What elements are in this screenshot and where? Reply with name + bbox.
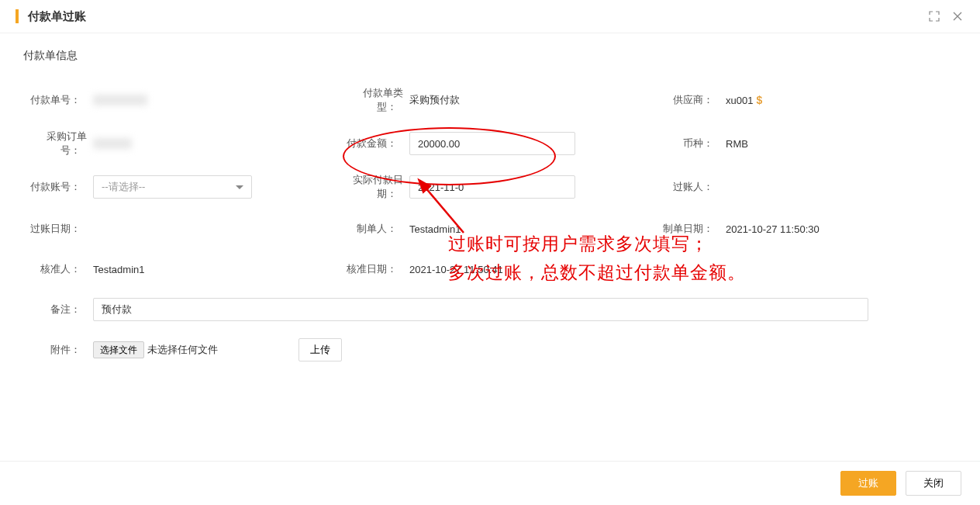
label-pay-account: 付款账号： — [23, 180, 93, 194]
label-pay-no: 付款单号： — [23, 93, 93, 107]
pay-account-select[interactable]: --请选择-- — [93, 175, 252, 199]
field-attachment: 附件： 选择文件 未选择任何文件 上传 — [23, 337, 957, 362]
label-approver: 核准人： — [23, 262, 93, 276]
value-currency: RMB — [726, 138, 748, 150]
field-amount: 付款金额： — [340, 130, 640, 157]
no-file-text: 未选择任何文件 — [147, 343, 218, 357]
field-remark: 备注： — [23, 297, 957, 322]
label-attachment: 附件： — [23, 343, 93, 357]
label-remark: 备注： — [23, 303, 93, 316]
value-supplier: xu001 — [726, 95, 753, 106]
label-currency: 币种： — [656, 137, 726, 150]
value-purchase-order-redacted — [93, 138, 132, 149]
field-posting-person: 过账人： — [656, 173, 957, 201]
field-creator: 制单人： Testadmin1 — [340, 216, 640, 241]
field-empty — [656, 257, 957, 282]
field-purchase-order: 采购订单号： — [23, 130, 324, 157]
value-creator: Testadmin1 — [409, 223, 461, 235]
actual-date-input[interactable] — [409, 175, 575, 199]
label-posting-date: 过账日期： — [23, 222, 93, 236]
field-approve-date: 核准日期： 2021-10-27 11:50:41 — [340, 257, 640, 282]
field-posting-date: 过账日期： — [23, 216, 324, 241]
choose-file-button[interactable]: 选择文件 — [93, 341, 144, 358]
currency-icon: $ — [756, 94, 762, 106]
field-pay-no: 付款单号： — [23, 86, 324, 114]
field-create-date: 制单日期： 2021-10-27 11:50:30 — [656, 216, 957, 241]
form-section: 付款单信息 付款单号： 付款单类型： 采购预付款 供应商： xu001 $ 采购… — [0, 33, 980, 378]
fullscreen-icon[interactable] — [927, 9, 941, 23]
label-amount: 付款金额： — [340, 137, 409, 150]
label-creator: 制单人： — [340, 222, 409, 236]
modal-header: 付款单过账 — [0, 0, 980, 33]
value-approve-date: 2021-10-27 11:50:41 — [409, 264, 503, 275]
remark-input[interactable] — [93, 298, 868, 321]
field-pay-account: 付款账号： --请选择-- — [23, 173, 324, 201]
value-pay-no-redacted — [93, 95, 147, 105]
field-currency: 币种： RMB — [656, 130, 957, 157]
field-supplier: 供应商： xu001 $ — [656, 86, 957, 114]
modal-payment-posting: 付款单过账 付款单信息 付款单号： 付款单类型： 采购预付款 供应商： — [0, 0, 980, 505]
value-create-date: 2021-10-27 11:50:30 — [726, 223, 820, 235]
section-title: 付款单信息 — [23, 49, 957, 63]
label-pay-type: 付款单类型： — [340, 86, 409, 114]
close-icon[interactable] — [951, 9, 964, 23]
label-purchase-order: 采购订单号： — [23, 130, 93, 157]
label-posting-person: 过账人： — [656, 180, 726, 194]
label-approve-date: 核准日期： — [340, 262, 409, 276]
submit-button[interactable]: 过账 — [840, 471, 896, 496]
label-actual-date: 实际付款日期： — [340, 173, 409, 201]
value-approver: Testadmin1 — [93, 264, 144, 275]
file-picker: 选择文件 未选择任何文件 — [93, 341, 218, 358]
form-grid: 付款单号： 付款单类型： 采购预付款 供应商： xu001 $ 采购订单号： 付… — [23, 86, 957, 362]
close-button[interactable]: 关闭 — [906, 471, 961, 496]
field-pay-type: 付款单类型： 采购预付款 — [340, 86, 640, 114]
field-approver: 核准人： Testadmin1 — [23, 257, 324, 282]
modal-title: 付款单过账 — [16, 9, 86, 23]
field-actual-date: 实际付款日期： — [340, 173, 640, 201]
label-create-date: 制单日期： — [656, 222, 726, 236]
upload-button[interactable]: 上传 — [298, 338, 342, 361]
modal-footer: 过账 关闭 — [0, 461, 980, 505]
value-pay-type: 采购预付款 — [409, 93, 460, 107]
header-actions — [927, 9, 964, 23]
amount-input[interactable] — [409, 132, 575, 155]
label-supplier: 供应商： — [656, 93, 726, 107]
